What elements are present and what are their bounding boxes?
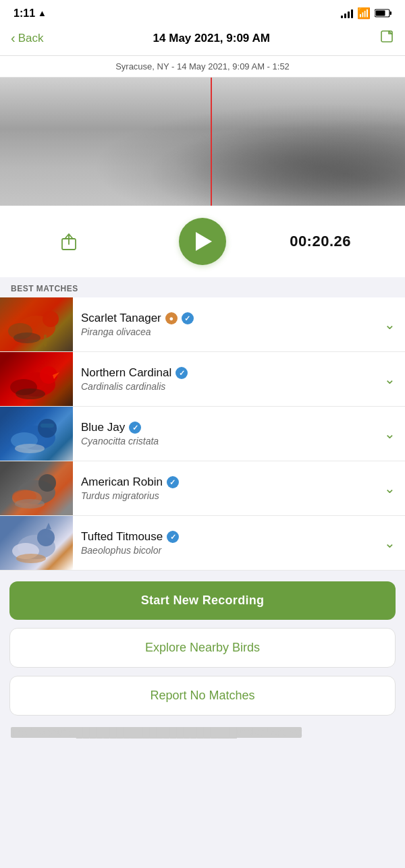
nav-bar: ‹ Back 14 May 2021, 9:09 AM [0, 24, 405, 56]
svg-rect-8 [44, 335, 47, 347]
spectrogram [0, 78, 405, 206]
bird-latin-name: Turdus migratorius [81, 490, 367, 501]
signal-icon [341, 9, 353, 18]
svg-rect-18 [40, 424, 54, 428]
bird-item-northern-cardinal[interactable]: Northern Cardinal ✓ Cardinalis cardinali… [0, 352, 405, 407]
play-icon [196, 232, 212, 251]
bird-info-blue-jay: Blue Jay ✓ Cyanocitta cristata [73, 414, 375, 453]
bird-item-scarlet-tanager[interactable]: Scarlet Tanager ● ✓ Piranga olivacea ⌄ [0, 297, 405, 352]
svg-rect-2 [376, 11, 385, 16]
play-button[interactable] [179, 218, 226, 265]
badge-blue-icon: ✓ [167, 476, 179, 488]
explore-nearby-birds-button[interactable]: Explore Nearby Birds [9, 628, 396, 668]
svg-point-19 [15, 444, 45, 453]
location-icon: ▲ [38, 8, 47, 18]
time-display: 00:20.26 [290, 233, 351, 250]
bird-image-blue-jay [0, 407, 73, 461]
bird-item-tufted-titmouse[interactable]: Tufted Titmouse ✓ Baeolophus bicolor ⌄ [0, 516, 405, 571]
recording-subtitle: Syracuse, NY - 14 May 2021, 9:09 AM - 1:… [115, 61, 290, 71]
bird-common-name: Scarlet Tanager ● ✓ [81, 312, 367, 325]
share-button[interactable] [54, 227, 84, 256]
svg-point-24 [15, 499, 45, 509]
svg-point-16 [38, 419, 57, 438]
bird-info-scarlet-tanager: Scarlet Tanager ● ✓ Piranga olivacea [73, 305, 375, 344]
chevron-down-icon: ⌄ [375, 480, 405, 496]
status-icons: 📶 [341, 7, 392, 20]
badge-orange-icon: ● [165, 312, 178, 324]
back-label: Back [18, 32, 44, 45]
svg-point-6 [43, 311, 59, 327]
back-button[interactable]: ‹ Back [11, 30, 43, 46]
status-bar: 1:11 ▲ 📶 [0, 0, 405, 24]
bird-info-tufted-titmouse: Tufted Titmouse ✓ Baeolophus bicolor [73, 523, 375, 562]
chevron-down-icon: ⌄ [375, 535, 405, 551]
bird-latin-name: Cyanocitta cristata [81, 436, 367, 446]
bird-image-tufted-titmouse [0, 516, 73, 570]
svg-point-29 [16, 554, 46, 563]
status-time: 1:11 ▲ [14, 7, 47, 20]
bird-latin-name: Cardinalis cardinalis [81, 381, 367, 392]
badge-blue-icon: ✓ [176, 367, 188, 379]
playhead-line [211, 78, 212, 206]
svg-point-26 [37, 529, 55, 546]
svg-point-9 [14, 332, 40, 343]
footer-message: The bird you're ████████████████████████… [11, 727, 302, 738]
chevron-down-icon: ⌄ [375, 426, 405, 442]
bird-image-american-robin [0, 461, 73, 515]
start-new-recording-button[interactable]: Start New Recording [9, 581, 396, 620]
bird-info-american-robin: American Robin ✓ Turdus migratorius [73, 469, 375, 508]
player-controls: 00:20.26 [0, 206, 405, 277]
edit-button[interactable] [379, 29, 394, 47]
bird-latin-name: Piranga olivacea [81, 326, 367, 337]
svg-marker-28 [46, 523, 51, 529]
bird-latin-name: Baeolophus bicolor [81, 545, 367, 556]
subtitle-bar: Syracuse, NY - 14 May 2021, 9:09 AM - 1:… [0, 56, 405, 78]
report-no-matches-button[interactable]: Report No Matches [9, 676, 396, 716]
bird-image-northern-cardinal [0, 352, 73, 406]
wifi-icon: 📶 [357, 7, 371, 20]
spectrogram-display [0, 78, 405, 206]
bird-common-name: Northern Cardinal ✓ [81, 366, 367, 380]
svg-rect-1 [390, 11, 392, 15]
footer-text: The bird you're ████████████████████████… [0, 726, 405, 751]
buttons-section: Start New Recording Explore Nearby Birds… [0, 571, 405, 726]
badge-blue-icon: ✓ [182, 312, 194, 324]
bird-image-scarlet-tanager [0, 297, 73, 351]
section-header-best-matches: BEST MATCHES [0, 277, 405, 297]
bird-info-northern-cardinal: Northern Cardinal ✓ Cardinalis cardinali… [73, 359, 375, 399]
chevron-down-icon: ⌄ [375, 371, 405, 387]
bird-common-name: Tufted Titmouse ✓ [81, 530, 367, 544]
badge-blue-icon: ✓ [129, 422, 141, 434]
chevron-down-icon: ⌄ [375, 316, 405, 332]
bird-common-name: American Robin ✓ [81, 475, 367, 489]
bird-list: Scarlet Tanager ● ✓ Piranga olivacea ⌄ N… [0, 297, 405, 571]
nav-title: 14 May 2021, 9:09 AM [153, 32, 270, 45]
svg-point-14 [16, 388, 45, 399]
badge-blue-icon: ✓ [167, 531, 179, 543]
bird-item-blue-jay[interactable]: Blue Jay ✓ Cyanocitta cristata ⌄ [0, 407, 405, 461]
bird-item-american-robin[interactable]: American Robin ✓ Turdus migratorius ⌄ [0, 461, 405, 516]
svg-point-21 [38, 474, 56, 492]
back-chevron-icon: ‹ [11, 30, 16, 46]
bird-common-name: Blue Jay ✓ [81, 421, 367, 434]
battery-icon [375, 9, 392, 18]
